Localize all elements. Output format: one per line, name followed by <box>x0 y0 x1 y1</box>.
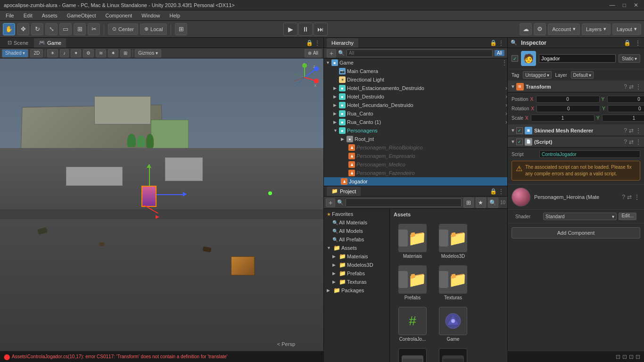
menu-assets[interactable]: Assets <box>38 12 61 19</box>
tree-item-personagem-bio[interactable]: ♟ Personagem_RiscoBiologico <box>324 143 507 152</box>
project-zoom-btn[interactable]: 🔍 <box>488 197 498 208</box>
project-assets-root[interactable]: ▼ 📁 Assets <box>325 244 388 252</box>
layout-dropdown[interactable]: Layout ▾ <box>612 24 641 35</box>
inspector-menu-icon[interactable]: ⋮ <box>635 39 641 47</box>
account-dropdown[interactable]: Account ▾ <box>548 24 580 35</box>
play-button[interactable]: ▶ <box>283 23 297 36</box>
layer-dropdown[interactable]: Default ▾ <box>571 71 594 79</box>
2d-button[interactable]: 2D <box>30 49 43 58</box>
viewport-menu-icon[interactable]: ⋮ <box>314 39 321 47</box>
script-reset-icon[interactable]: ⇄ <box>629 139 634 145</box>
hierarchy-add-button[interactable]: + <box>327 49 336 58</box>
menu-file[interactable]: File <box>2 12 18 19</box>
project-modelos3d-item[interactable]: ▶ 📁 Modelos3D <box>325 261 388 269</box>
rot-x-input[interactable] <box>537 105 600 112</box>
settings-button[interactable]: ⚙ <box>534 23 546 35</box>
close-button[interactable]: ✕ <box>632 2 640 8</box>
pivot-toggle-button[interactable]: ⊙ Center <box>108 24 138 35</box>
layers-dropdown[interactable]: Layers ▾ <box>582 24 611 35</box>
project-packages-item[interactable]: ▶ 📁 Packages <box>325 286 388 295</box>
asset-item-hotel-dest-mesh[interactable]: Hotel_Dest... <box>394 346 431 362</box>
tree-item-hotel-est[interactable]: ▶ ■ Hotel_Estacionamento_Destruido › <box>324 84 507 92</box>
script-help-icon[interactable]: ? <box>624 139 627 145</box>
project-materiais-item[interactable]: ▶ 📁 Materiais <box>325 252 388 261</box>
pos-x-input[interactable] <box>536 96 600 103</box>
project-add-button[interactable]: + <box>326 198 335 207</box>
static-button[interactable]: Static ▾ <box>619 54 640 63</box>
gizmos-dropdown[interactable]: Gizmos ▾ <box>135 49 161 58</box>
tab-scene[interactable]: ⊡ Scene <box>3 38 33 48</box>
tree-item-root-jnt[interactable]: ▶ ● Root_jnt <box>324 135 507 143</box>
gameobj-name-input[interactable] <box>539 54 616 63</box>
pause-button[interactable]: ⏸ <box>298 23 313 36</box>
tree-item-personagem-faz[interactable]: ♟ Personagem_Fazendeiro <box>324 169 507 177</box>
menu-gameobject[interactable]: GameObject <box>63 12 100 19</box>
lighting-button[interactable]: ☀ <box>47 49 58 58</box>
scale-tool-button[interactable]: ⤡ <box>45 23 58 35</box>
maximize-button[interactable]: □ <box>621 2 628 8</box>
skinned-mesh-checkbox[interactable] <box>516 127 523 134</box>
sky-button[interactable]: ⚙ <box>83 49 94 58</box>
menu-window[interactable]: Window <box>138 12 164 19</box>
rect-tool-button[interactable]: ▭ <box>59 23 72 35</box>
tab-project[interactable]: 📁 Project <box>327 187 361 196</box>
hierarchy-menu-icon[interactable]: ⋮ <box>498 39 504 47</box>
shading-dropdown[interactable]: Shaded ▾ <box>2 49 28 58</box>
project-texturas-item[interactable]: ▶ 📁 Texturas <box>325 278 388 286</box>
script-cog-icon[interactable]: ⋮ <box>636 139 641 145</box>
error-message-row[interactable]: ⬤ Assets\ControlaJogador.cs(10,17): erro… <box>4 354 228 360</box>
project-prefabs-item[interactable]: ▶ 📁 Prefabs <box>325 269 388 278</box>
transform-reset-icon[interactable]: ⇄ <box>629 83 634 90</box>
overlay-button[interactable]: ⊞ <box>120 49 131 58</box>
hierarchy-game-menu[interactable]: ⋮ <box>502 59 507 66</box>
menu-edit[interactable]: Edit <box>20 12 36 19</box>
skinned-mesh-reset-icon[interactable]: ⇄ <box>629 127 634 134</box>
shader-dropdown[interactable]: Standard ▾ <box>543 213 617 220</box>
viewport-canvas[interactable]: ▶ <box>0 58 323 351</box>
project-search-input[interactable] <box>346 198 462 207</box>
tree-item-personagem-med[interactable]: ♟ Personagem_Medico <box>324 160 507 169</box>
project-icon-view-btn[interactable]: ⊞ <box>463 197 474 208</box>
flares-button[interactable]: ✷ <box>108 49 118 58</box>
transform-help-icon[interactable]: ? <box>624 83 627 90</box>
effects-button[interactable]: ✦ <box>71 49 81 58</box>
project-all-models-item[interactable]: 🔍 All Models <box>325 227 388 235</box>
asset-item-materiais[interactable]: 📁 Materiais <box>394 222 431 261</box>
material-reset-icon[interactable]: ⇄ <box>627 194 632 200</box>
script-field-value[interactable]: ControlaJogador <box>539 150 640 158</box>
fog-button[interactable]: ≋ <box>96 49 106 58</box>
move-tool-button[interactable]: ✥ <box>17 23 29 35</box>
tree-item-personagens[interactable]: ▼ ■ Personagens <box>324 126 507 135</box>
tree-item-hotel-sec[interactable]: ▶ ■ Hotel_Secundario_Destruido › <box>324 101 507 109</box>
viewport-lock-icon[interactable]: 🔒 <box>306 40 313 46</box>
asset-item-texturas[interactable]: 📁 Texturas <box>434 263 472 302</box>
scale-x-input[interactable] <box>531 115 594 122</box>
hierarchy-search-input[interactable] <box>347 49 493 57</box>
skinned-mesh-help-icon[interactable]: ? <box>624 127 627 134</box>
project-star-btn[interactable]: ★ <box>476 197 486 208</box>
tree-item-game[interactable]: ▼ ■ Game ⋮ <box>324 58 507 67</box>
tab-hierarchy[interactable]: Hierarchy <box>327 38 358 48</box>
project-all-prefabs-item[interactable]: 🔍 All Prefabs <box>325 235 388 244</box>
script-component-header[interactable]: ▼ 📄 (Script) ? ⇄ ⋮ <box>508 136 644 148</box>
step-button[interactable]: ⏭ <box>314 23 328 36</box>
skinned-mesh-header[interactable]: ▼ ▣ Skinned Mesh Renderer ? ⇄ ⋮ <box>508 125 644 136</box>
menu-help[interactable]: Help <box>165 12 184 19</box>
scale-y-input[interactable] <box>602 115 644 122</box>
asset-item-hotel-sec-mesh[interactable]: Hotel_Sec... <box>434 346 472 362</box>
tree-item-jogador[interactable]: ♟ Jogador <box>324 177 507 186</box>
project-lock-icon[interactable]: 🔒 <box>490 188 497 195</box>
menu-component[interactable]: Component <box>101 12 136 19</box>
skinned-mesh-cog-icon[interactable]: ⋮ <box>636 127 641 134</box>
tree-item-main-camera[interactable]: 📷 Main Camera <box>324 67 507 75</box>
tree-item-personagem-emp[interactable]: ♟ Personagem_Empresario <box>324 152 507 160</box>
project-favorites-item[interactable]: ★ Favorites <box>325 210 388 218</box>
add-component-button[interactable]: Add Component <box>512 227 640 239</box>
hierarchy-lock-icon[interactable]: 🔒 <box>490 40 497 46</box>
asset-item-prefabs[interactable]: 📁 Prefabs <box>394 263 431 302</box>
minimize-button[interactable]: — <box>608 2 617 8</box>
coord-toggle-button[interactable]: ⊕ Local <box>140 24 167 35</box>
project-menu-icon[interactable]: ⋮ <box>498 188 504 195</box>
material-help-icon[interactable]: ? <box>622 194 625 200</box>
tab-game[interactable]: 🎮 Game <box>34 38 66 48</box>
